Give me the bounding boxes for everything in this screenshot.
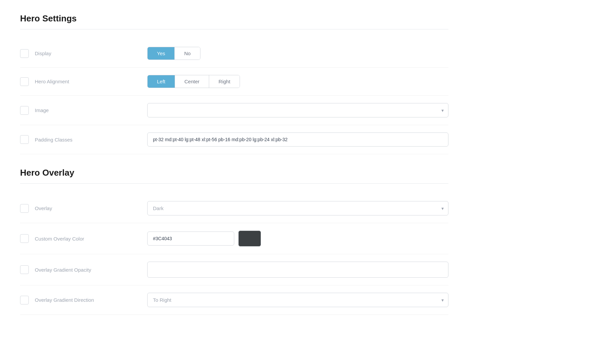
overlay-gradient-direction-dropdown-wrapper: To Right ▾ [147, 293, 448, 307]
image-row-left: Image [20, 106, 147, 115]
image-control: ▾ [147, 103, 448, 117]
alignment-right-button[interactable]: Right [209, 75, 240, 88]
display-control: Yes No [147, 47, 448, 60]
hero-alignment-control: Left Center Right [147, 75, 448, 88]
display-no-button[interactable]: No [175, 47, 200, 60]
hero-settings-title: Hero Settings [20, 13, 448, 29]
overlay-gradient-opacity-row-left: Overlay Gradient Opacity [20, 265, 147, 274]
overlay-gradient-direction-row-left: Overlay Gradient Direction [20, 296, 147, 304]
hero-alignment-row-left: Hero Alignment [20, 77, 147, 86]
overlay-row-left: Overlay [20, 204, 147, 213]
overlay-gradient-direction-control: To Right ▾ [147, 293, 448, 307]
overlay-gradient-direction-label: Overlay Gradient Direction [35, 297, 94, 303]
hero-alignment-row: Hero Alignment Left Center Right [20, 68, 448, 96]
padding-classes-row: Padding Classes [20, 125, 448, 154]
alignment-left-button[interactable]: Left [148, 75, 175, 88]
custom-overlay-color-checkbox[interactable] [20, 234, 29, 243]
overlay-dropdown-wrapper: Dark ▾ [147, 201, 448, 215]
display-checkbox[interactable] [20, 49, 29, 58]
padding-classes-input[interactable] [147, 132, 448, 147]
custom-overlay-color-row-left: Custom Overlay Color [20, 234, 147, 243]
image-label: Image [35, 107, 49, 113]
overlay-checkbox[interactable] [20, 204, 29, 213]
display-label: Display [35, 51, 51, 56]
image-dropdown[interactable] [147, 103, 448, 117]
padding-classes-checkbox[interactable] [20, 135, 29, 144]
image-dropdown-wrapper: ▾ [147, 103, 448, 117]
color-swatch[interactable] [238, 231, 261, 247]
overlay-gradient-direction-dropdown[interactable]: To Right [147, 293, 448, 307]
color-input-group [147, 231, 448, 247]
hero-alignment-toggle-group: Left Center Right [147, 75, 240, 88]
custom-overlay-color-row: Custom Overlay Color [20, 223, 448, 254]
color-text-input[interactable] [147, 232, 234, 246]
overlay-label: Overlay [35, 205, 52, 211]
overlay-control: Dark ▾ [147, 201, 448, 215]
display-row-left: Display [20, 49, 147, 58]
alignment-center-button[interactable]: Center [175, 75, 209, 88]
overlay-gradient-opacity-label: Overlay Gradient Opacity [35, 267, 91, 273]
overlay-gradient-opacity-row: Overlay Gradient Opacity [20, 254, 448, 285]
overlay-gradient-direction-row: Overlay Gradient Direction To Right ▾ [20, 285, 448, 315]
hero-overlay-section: Hero Overlay Overlay Dark ▾ Custom Overl… [20, 168, 448, 315]
padding-classes-label: Padding Classes [35, 137, 73, 143]
page-container: Hero Settings Display Yes No Hero Alignm… [0, 0, 469, 328]
overlay-row: Overlay Dark ▾ [20, 194, 448, 223]
overlay-gradient-opacity-control [147, 262, 448, 278]
image-checkbox[interactable] [20, 106, 29, 115]
overlay-gradient-opacity-checkbox[interactable] [20, 265, 29, 274]
display-toggle-group: Yes No [147, 47, 200, 60]
hero-alignment-checkbox[interactable] [20, 77, 29, 86]
padding-classes-control [147, 132, 448, 147]
custom-overlay-color-control [147, 231, 448, 247]
overlay-dropdown[interactable]: Dark [147, 201, 448, 215]
display-yes-button[interactable]: Yes [148, 47, 175, 60]
display-row: Display Yes No [20, 39, 448, 68]
custom-overlay-color-label: Custom Overlay Color [35, 236, 84, 242]
padding-classes-row-left: Padding Classes [20, 135, 147, 144]
hero-overlay-title: Hero Overlay [20, 168, 448, 184]
overlay-gradient-opacity-input[interactable] [147, 262, 448, 278]
overlay-gradient-direction-checkbox[interactable] [20, 296, 29, 304]
hero-alignment-label: Hero Alignment [35, 79, 69, 84]
image-row: Image ▾ [20, 96, 448, 125]
